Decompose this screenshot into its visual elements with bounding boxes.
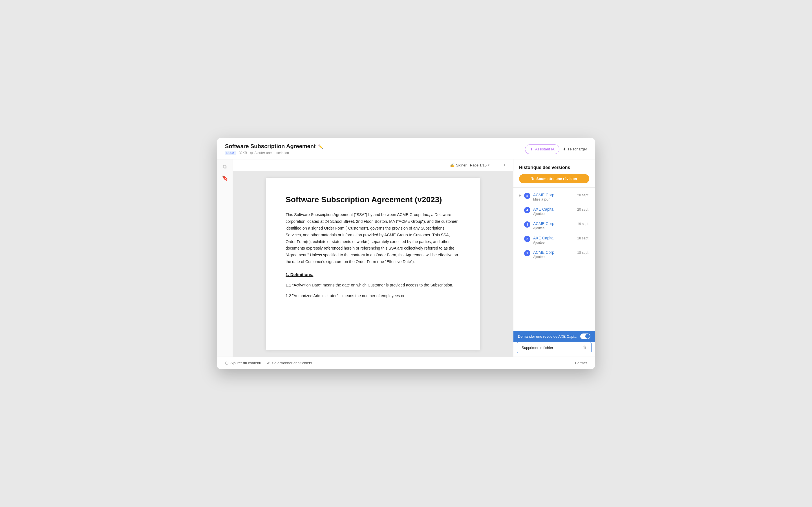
version-item-5[interactable]: ▶ 5 ACME Corp Mise à jour 20 sept. xyxy=(513,190,595,204)
version-date-4: 20 sept. xyxy=(577,208,589,212)
download-button[interactable]: ⬇ Télécharger xyxy=(563,147,587,151)
version-date-1: 18 sept. xyxy=(577,251,589,255)
page-chevron-icon[interactable]: ▾ xyxy=(488,163,490,167)
assistant-label: Assistant IA xyxy=(535,147,555,151)
zoom-out-button[interactable]: − xyxy=(493,162,500,168)
file-type-badge: DOCX xyxy=(225,151,236,155)
submit-revision-button[interactable]: ↻ Soumettre une révision xyxy=(519,174,589,183)
sign-button[interactable]: ✍ Signer xyxy=(450,163,467,167)
activation-date-term: Activation Date xyxy=(294,283,320,287)
left-sidebar: ⧉ 🔖 xyxy=(217,159,233,356)
version-company-5: ACME Corp xyxy=(533,193,574,197)
versions-title: Historique des versions xyxy=(519,165,589,170)
version-badge-4: 4 xyxy=(524,207,530,213)
version-item-3[interactable]: ▶ 3 ACME Corp Ajoutée 19 sept. xyxy=(513,219,595,233)
select-files-button[interactable]: ✔ Sélectionner des fichiers xyxy=(267,360,312,365)
version-action-4: Ajoutée xyxy=(533,212,574,216)
add-content-button[interactable]: ⊕ Ajouter du contenu xyxy=(225,360,261,365)
version-action-1: Ajoutée xyxy=(533,255,574,259)
review-toggle-row[interactable]: Demander une revue de AXE Capi... xyxy=(513,331,595,342)
modal-overlay: Software Subscription Agreement ✏️ DOCX … xyxy=(0,0,812,507)
doc-meta: DOCX 32KB ⊕ Ajouter une description xyxy=(225,151,323,155)
right-panel-header: Historique des versions ↻ Soumettre une … xyxy=(513,159,595,187)
bookmark-icon[interactable]: 🔖 xyxy=(222,175,228,181)
modal-header: Software Subscription Agreement ✏️ DOCX … xyxy=(217,138,595,159)
refresh-icon: ↻ xyxy=(531,177,534,181)
version-item-2[interactable]: ▶ 2 AXE Capital Ajoutée 18 sept. xyxy=(513,233,595,247)
download-icon: ⬇ xyxy=(563,147,566,151)
select-files-label: Sélectionner des fichiers xyxy=(272,361,312,365)
download-label: Télécharger xyxy=(567,147,587,151)
review-toggle-label: Demander une revue de AXE Capi... xyxy=(518,334,577,339)
version-badge-3: 3 xyxy=(524,221,530,228)
footer-left: ⊕ Ajouter du contenu ✔ Sélectionner des … xyxy=(225,360,312,365)
copy-icon[interactable]: ⧉ xyxy=(223,164,227,170)
review-toggle-switch[interactable] xyxy=(580,334,591,339)
version-info-4: AXE Capital Ajoutée xyxy=(533,207,574,216)
document-title: Software Subscription Agreement xyxy=(225,143,316,150)
document-toolbar: ✍ Signer Page 1/16 ▾ − + xyxy=(233,159,513,171)
add-content-icon: ⊕ xyxy=(225,360,229,365)
add-content-label: Ajouter du contenu xyxy=(231,361,261,365)
version-list: ▶ 5 ACME Corp Mise à jour 20 sept. ▶ 4 A… xyxy=(513,187,595,327)
version-info-1: ACME Corp Ajoutée xyxy=(533,250,574,259)
version-action-5: Mise à jour xyxy=(533,198,574,202)
delete-file-label: Supprimer le fichier xyxy=(522,346,553,350)
section-1-1: 1.1 "Activation Date" means the date on … xyxy=(286,282,460,289)
assistant-ia-button[interactable]: ✦ Assistant IA xyxy=(525,145,559,154)
version-action-3: Ajoutée xyxy=(533,226,574,230)
version-badge-1: 1 xyxy=(524,250,530,256)
version-badge-2: 2 xyxy=(524,236,530,242)
version-company-3: ACME Corp xyxy=(533,221,574,226)
close-button[interactable]: Fermer xyxy=(575,361,587,365)
version-date-5: 20 sept. xyxy=(577,193,589,197)
version-company-2: AXE Capital xyxy=(533,236,574,240)
modal-body: ⧉ 🔖 ✍ Signer Page 1/16 ▾ − + xyxy=(217,159,595,356)
page-label: Page 1/16 xyxy=(470,163,487,167)
version-badge-5: 5 xyxy=(524,193,530,199)
section-1-title: 1. Definitions. xyxy=(286,271,460,278)
version-item-1[interactable]: ▶ 1 ACME Corp Ajoutée 18 sept. xyxy=(513,247,595,262)
document-heading: Software Subscription Agreement (v2023) xyxy=(286,194,460,205)
version-info-5: ACME Corp Mise à jour xyxy=(533,193,574,202)
modal-footer: ⊕ Ajouter du contenu ✔ Sélectionner des … xyxy=(217,356,595,369)
section-1-2: 1.2 "Authorized Administrator" – means t… xyxy=(286,293,460,299)
document-page: Software Subscription Agreement (v2023) … xyxy=(266,178,480,350)
plus-circle-icon: ⊕ xyxy=(250,151,253,155)
document-scroll-area[interactable]: Software Subscription Agreement (v2023) … xyxy=(233,171,513,356)
doc-title-row: Software Subscription Agreement ✏️ xyxy=(225,143,323,150)
add-description-label: Ajouter une description xyxy=(254,151,289,155)
version-item-4[interactable]: ▶ 4 AXE Capital Ajoutée 20 sept. xyxy=(513,204,595,219)
document-paragraph-1: This Software Subscription Agreement ("S… xyxy=(286,212,460,265)
header-left: Software Subscription Agreement ✏️ DOCX … xyxy=(225,143,323,155)
version-company-1: ACME Corp xyxy=(533,250,574,255)
add-description-btn[interactable]: ⊕ Ajouter une description xyxy=(250,151,289,155)
right-panel: Historique des versions ↻ Soumettre une … xyxy=(513,159,595,356)
version-action-2: Ajoutée xyxy=(533,240,574,244)
version-info-2: AXE Capital Ajoutée xyxy=(533,236,574,244)
header-actions: ✦ Assistant IA ⬇ Télécharger xyxy=(525,145,587,154)
submit-revision-label: Soumettre une révision xyxy=(536,177,577,181)
zoom-in-button[interactable]: + xyxy=(501,162,508,168)
delete-file-row[interactable]: Supprimer le fichier 🗑 xyxy=(517,342,592,353)
sign-icon: ✍ xyxy=(450,163,455,167)
document-modal: Software Subscription Agreement ✏️ DOCX … xyxy=(217,138,595,369)
version-date-2: 18 sept. xyxy=(577,236,589,240)
version-date-3: 19 sept. xyxy=(577,222,589,226)
version-company-4: AXE Capital xyxy=(533,207,574,212)
trash-icon[interactable]: 🗑 xyxy=(582,345,587,350)
expand-icon-v5[interactable]: ▶ xyxy=(519,193,521,197)
sign-label: Signer xyxy=(456,163,467,167)
version-info-3: ACME Corp Ajoutée xyxy=(533,221,574,230)
file-size: 32KB xyxy=(239,151,247,155)
sparkle-icon: ✦ xyxy=(530,147,534,152)
check-circle-icon: ✔ xyxy=(267,360,270,365)
zoom-controls: − + xyxy=(493,162,508,168)
edit-title-icon[interactable]: ✏️ xyxy=(318,144,323,149)
right-panel-bottom: Demander une revue de AXE Capi... Suppri… xyxy=(513,327,595,356)
page-indicator: Page 1/16 ▾ xyxy=(470,163,490,167)
document-viewer: ✍ Signer Page 1/16 ▾ − + Software Subscr… xyxy=(233,159,513,356)
